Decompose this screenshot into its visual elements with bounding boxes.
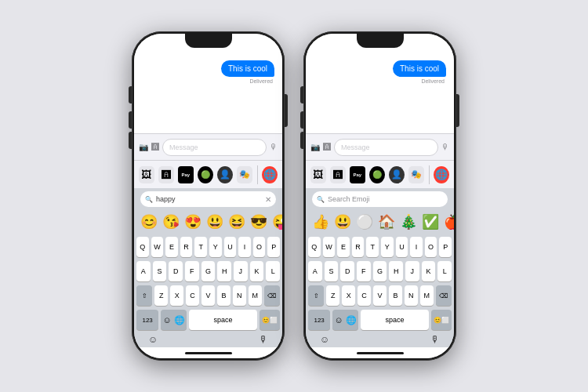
key2-q[interactable]: Q [308,237,321,257]
globe-emoji-icon-2[interactable]: 🌐 [434,166,449,183]
key-o[interactable]: O [253,237,266,257]
key-f[interactable]: F [185,261,199,281]
key-w[interactable]: W [151,237,164,257]
key2-r[interactable]: R [352,237,365,257]
emoji-result2-6[interactable]: 🍎 [444,215,454,229]
key2-z[interactable]: Z [326,285,339,306]
appstore-icon-row-1[interactable]: 🅰 [158,166,174,183]
key-u[interactable]: U [224,237,237,257]
key-i[interactable]: I [238,237,251,257]
smiley-bottom-icon-1[interactable]: ☺ [148,334,158,345]
appstore-icon-1[interactable]: 🅰 [151,143,159,151]
key2-c[interactable]: C [358,285,371,306]
key2-space[interactable]: space [361,310,429,330]
key-b[interactable]: B [217,285,230,306]
key2-e[interactable]: E [337,237,350,257]
gif-icon-2[interactable]: 🎭 [408,166,424,183]
key-x[interactable]: X [170,285,183,306]
key2-123[interactable]: 123 [308,310,330,330]
key-e[interactable]: E [165,237,178,257]
key2-t[interactable]: T [366,237,379,257]
key-l[interactable]: L [266,261,280,281]
key-a[interactable]: A [136,261,151,281]
key2-j[interactable]: J [405,261,419,281]
memoji-icon-1[interactable]: 👤 [217,166,233,183]
key2-f[interactable]: F [357,261,371,281]
message-input-2[interactable]: Message [334,139,438,156]
emoji-result2-3[interactable]: 🏠 [378,215,395,229]
key-space[interactable]: space [189,310,257,330]
key2-l[interactable]: L [437,261,452,281]
emoji-result2-0[interactable]: 👍 [312,215,329,229]
emoji-result-6[interactable]: 😜 [272,215,282,229]
key-c[interactable]: C [186,285,199,306]
applepay-icon-2[interactable]: Pay [350,166,365,183]
key-emoji-globe[interactable]: ☺ 🌐 [161,310,187,330]
music-icon-1[interactable]: 🟢 [198,166,213,183]
key-r[interactable]: R [180,237,193,257]
key-shift[interactable]: ⇧ [136,285,152,306]
appstore-icon-2[interactable]: 🅰 [323,143,331,151]
emoji-result-5[interactable]: 😎 [250,215,267,229]
key-delete[interactable]: ⌫ [264,285,280,306]
key2-shift[interactable]: ⇧ [308,285,324,306]
key2-d[interactable]: D [340,261,354,281]
emoji-result-4[interactable]: 😆 [228,215,245,229]
key-h[interactable]: H [217,261,231,281]
mic-bottom-icon-1[interactable]: 🎙 [259,334,268,345]
emoji-search-input-1[interactable]: 🔍 happy ✕ [140,191,276,207]
mic-icon-2[interactable]: 🎙 [441,143,449,151]
key2-s[interactable]: S [325,261,339,281]
emoji-result2-4[interactable]: 🎄 [400,215,417,229]
key2-k[interactable]: K [422,261,436,281]
memoji-icon-2[interactable]: 👤 [389,166,405,183]
camera-icon-1[interactable]: 📷 [139,143,148,151]
key2-h[interactable]: H [389,261,403,281]
message-input-1[interactable]: Message [162,139,267,156]
mic-bottom-icon-2[interactable]: 🎙 [430,334,440,345]
key2-y[interactable]: Y [381,237,394,257]
emoji-result-0[interactable]: 😊 [140,215,158,229]
gif-icon-1[interactable]: 🎭 [237,166,252,183]
key-g[interactable]: G [201,261,216,281]
key2-b[interactable]: B [389,285,402,306]
clear-search-1[interactable]: ✕ [265,195,271,204]
music-icon-2[interactable]: 🟢 [369,166,385,183]
applepay-icon-1[interactable]: Pay [178,166,194,183]
emoji-result-1[interactable]: 😘 [162,215,180,229]
key2-i[interactable]: I [410,237,423,257]
emoji-result2-2[interactable]: ⚪ [356,215,373,229]
key2-u[interactable]: U [396,237,408,257]
key-k[interactable]: K [250,261,264,281]
key2-m[interactable]: M [420,285,434,306]
emoji-result-3[interactable]: 😃 [206,215,223,229]
key2-emoji-globe[interactable]: ☺ 🌐 [332,310,358,330]
photos-icon-1[interactable]: 🖼 [139,166,154,183]
key-s[interactable]: S [153,261,167,281]
emoji-result2-5[interactable]: ✅ [422,215,439,229]
key-t[interactable]: T [194,237,207,257]
key-v[interactable]: V [201,285,215,306]
key2-w[interactable]: W [323,237,336,257]
key2-x[interactable]: X [342,285,355,306]
smiley-bottom-icon-2[interactable]: ☺ [320,334,329,345]
key2-g[interactable]: G [373,261,387,281]
key2-a[interactable]: A [308,261,322,281]
key-p[interactable]: P [267,237,280,257]
key2-o[interactable]: O [425,237,437,257]
photos-icon-2[interactable]: 🖼 [310,166,326,183]
emoji-search-input-2[interactable]: 🔍 Search Emoji [312,191,448,207]
key-123[interactable]: 123 [136,310,158,330]
key-emoji-options[interactable]: 😊⬜ [260,310,280,330]
camera-icon-2[interactable]: 📷 [310,143,320,151]
key-d[interactable]: D [169,261,183,281]
key-y[interactable]: Y [209,237,222,257]
key2-v[interactable]: V [373,285,387,306]
mic-icon-1[interactable]: 🎙 [270,143,278,151]
globe-emoji-icon-1[interactable]: 🌐 [262,166,278,183]
key2-p[interactable]: P [439,237,452,257]
key-j[interactable]: J [234,261,248,281]
emoji-result2-1[interactable]: 😃 [334,215,351,229]
key-z[interactable]: Z [154,285,168,306]
emoji-result-2[interactable]: 😍 [184,215,201,229]
